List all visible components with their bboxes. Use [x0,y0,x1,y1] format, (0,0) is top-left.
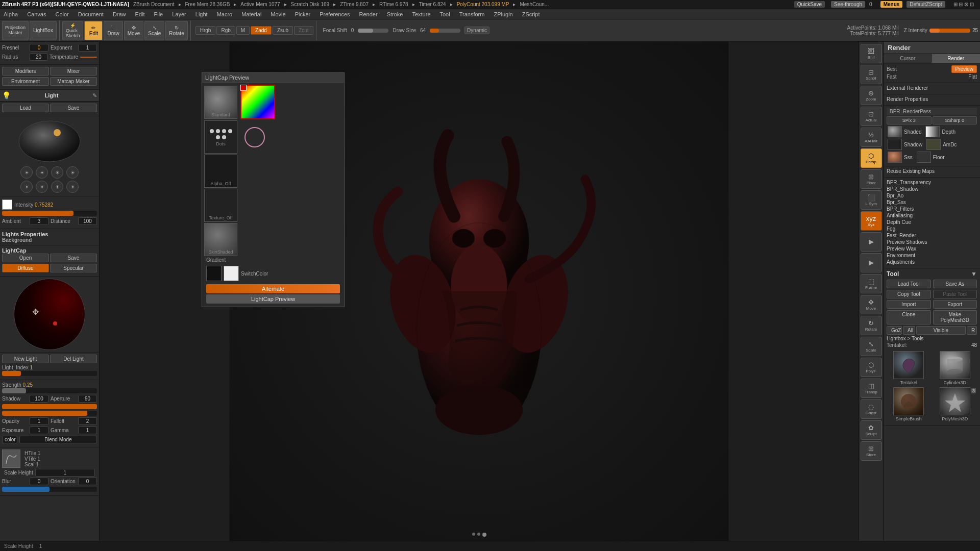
lc-standard-thumb[interactable]: Standard [204,86,237,119]
bpr-transparency-label[interactable]: BPR_Transparency [887,180,931,185]
menu-light[interactable]: Light [194,11,209,17]
light-edit-icon[interactable]: ✎ [92,92,97,99]
ri-move-btn[interactable]: ✥ Move [861,295,882,314]
zadd-btn[interactable]: Zadd [251,26,272,35]
ri-zoom-btn[interactable]: ⊕ Zoom [861,86,882,105]
fast-render-label[interactable]: Fast_Render [887,233,916,238]
menus-button[interactable]: Menus [880,1,903,8]
bpr-sss-label[interactable]: Bpr_Sss [887,199,906,205]
tile-preview[interactable] [2,449,20,468]
falloff-val[interactable]: 2 [78,417,97,425]
clone-btn[interactable]: Clone [887,310,931,324]
opacity-val[interactable]: 1 [30,417,48,425]
draw-button[interactable]: ⬛ Draw [104,21,122,40]
menu-transform[interactable]: Transform [458,11,486,17]
menu-canvas[interactable]: Canvas [26,11,47,17]
lc-dots-thumb[interactable]: Dots [204,120,237,154]
temperature-val[interactable] [80,57,97,58]
ri-scale-btn[interactable]: ⤡ Scale [861,337,882,356]
intensity-track[interactable] [2,211,97,216]
blend-mode-val[interactable]: Blend Mode [19,436,97,443]
strength-track[interactable] [2,388,97,393]
tool-thumb-brush[interactable]: SimpleBrush [887,387,931,421]
fog-label[interactable]: Fog [887,226,895,232]
render-item-sss[interactable]: Sss Floor [887,151,977,163]
menu-zplugin[interactable]: ZPlugin [492,11,514,17]
import-btn[interactable]: Import [887,300,931,309]
cursor-tab[interactable]: Cursor [884,54,932,63]
orient-track[interactable] [2,487,97,492]
hrgb-btn[interactable]: Hrgb [195,26,216,35]
menu-material[interactable]: Material [240,11,263,17]
render-item-shaded[interactable]: Shaded Depth [887,126,977,138]
ri-store-btn[interactable]: ⊞ Store [861,441,882,461]
light-load-btn[interactable]: Load [2,104,49,112]
menu-zscript[interactable]: ZScript [521,11,542,17]
dynamic-label[interactable]: Dynamic [464,27,489,34]
menu-alpha[interactable]: Alpha [2,11,19,17]
environment-rp-label[interactable]: Environment [887,253,915,258]
load-tool-btn[interactable]: Load Tool [887,280,931,288]
menu-layer[interactable]: Layer [170,11,188,17]
light-ico-8[interactable]: ☀ [66,181,79,193]
menu-tool[interactable]: Tool [438,11,452,17]
aperture-track[interactable] [2,411,97,416]
ri-polyf-btn[interactable]: ⬡ PolyF [861,358,882,377]
menu-movie[interactable]: Movie [269,11,287,17]
menu-color[interactable]: Color [54,11,70,17]
projection-master-button[interactable]: ProjectionMaster [2,21,29,40]
matcap-btn[interactable]: Matcap Maker [50,77,97,86]
sw-black-swatch[interactable] [206,266,222,281]
ri-xyz-btn[interactable]: xyz Xyz [861,211,882,231]
menu-draw[interactable]: Draw [111,11,128,17]
external-renderer-label[interactable]: External Renderer [887,85,928,91]
light-ico-1[interactable]: ☀ [20,166,33,179]
depth-cue-label[interactable]: Depth Cue [887,219,911,225]
ri-sculpt-btn[interactable]: ✿ Sculpt [861,420,882,440]
ambient-val[interactable]: 3 [30,217,48,225]
light-ico-6[interactable]: ☀ [36,181,48,193]
ri-rotate-btn[interactable]: ↻ Rotate [861,316,882,335]
render-item-shadow[interactable]: Shadow AmDc [887,138,977,151]
default-script[interactable]: DefaultZScript [906,1,945,8]
diffuse-btn[interactable]: Diffuse [2,264,49,272]
scale-height-val[interactable]: 1 [35,469,95,477]
move-button[interactable]: ✥ Move [124,21,143,40]
menu-document[interactable]: Document [77,11,105,17]
seethrough-label[interactable]: See-through [831,1,865,8]
render-props-label[interactable]: Render Properties [887,96,928,102]
distance-val[interactable]: 100 [78,217,97,225]
light-ico-3[interactable]: ☀ [51,166,63,179]
environment-btn[interactable]: Environment [2,77,49,86]
scale-button[interactable]: ⤡ Scale [144,21,164,40]
ri-aahalf-btn[interactable]: ½ AAHalf [861,128,882,147]
quick-sketch-button[interactable]: ⚡ QuickSketch [62,21,84,40]
light-ico-4[interactable]: ☀ [66,166,79,179]
r-btn[interactable]: R [967,326,977,335]
rotate-button[interactable]: ↻ Rotate [165,21,187,40]
exposure-val[interactable]: 1 [30,427,48,434]
visible-btn[interactable]: Visible [916,326,966,335]
save-as-btn[interactable]: Save As [933,280,977,288]
m-btn[interactable]: M [236,26,250,35]
antialiasing-label[interactable]: Antialiasing [887,213,913,218]
bpr-ao-label[interactable]: Bpr_Ao [887,193,903,198]
ri-persp-btn[interactable]: ⬡ Persp [861,148,882,168]
tool-thumb-tentacle[interactable]: Tentakel [887,351,931,385]
preview-shadows-label[interactable]: Preview Shadows [887,239,927,245]
ri-ghost-btn[interactable]: ◌ Ghost [861,399,882,419]
shadow-track[interactable] [2,404,97,409]
menu-edit[interactable]: Edit [134,11,146,17]
shadow-val[interactable]: 100 [30,395,48,403]
lightbox-button[interactable]: LightBox [30,21,57,40]
paste-tool-btn[interactable]: Paste Tool [933,290,977,298]
lc-alpha-thumb[interactable]: Alpha_Off [204,155,237,188]
ri-play2-btn[interactable]: ▶ [861,253,882,272]
light-color-swatch[interactable] [2,199,12,210]
blur-val[interactable]: 0 [30,478,48,485]
ri-lsym-btn[interactable]: ⬛ L.Sym [861,190,882,210]
menu-stroke[interactable]: Stroke [385,11,405,17]
exponent-val[interactable]: 1 [78,44,97,52]
adjustments-label[interactable]: Adjustments [887,259,915,265]
sw-white-swatch[interactable] [224,266,239,281]
